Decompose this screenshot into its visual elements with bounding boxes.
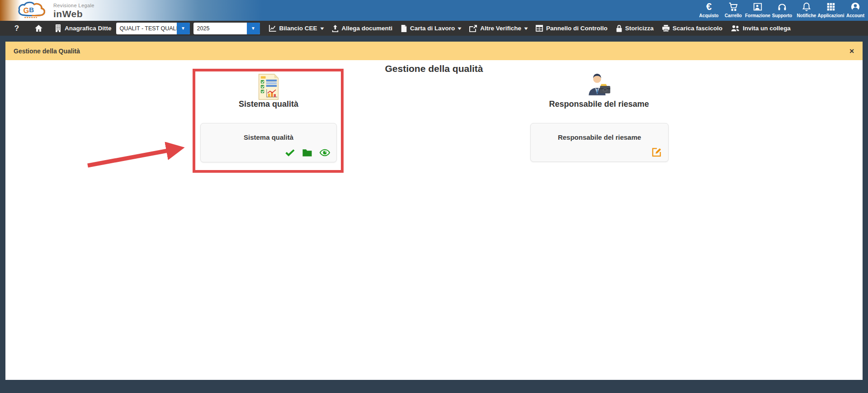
apps-grid-icon [826,1,836,12]
year-select-value: 2025 [193,23,247,34]
annotation-arrow [82,142,195,171]
chevron-down-icon[interactable]: ▼ [177,23,190,34]
line-chart-icon [269,25,276,32]
menu-storicizza[interactable]: Storicizza [616,25,654,32]
upload-icon [332,25,339,32]
menu-allega-documenti[interactable]: Allega documenti [332,25,393,32]
menu-invita-un-collega[interactable]: Invita un collega [731,25,791,32]
id-card-icon [753,1,763,12]
folder-icon[interactable] [302,147,312,158]
help-button[interactable]: ? [10,24,24,33]
logo-cloud-icon: G B [15,0,51,20]
company-select-value: QUALIT - TEST QUALITA' S [116,23,177,34]
building-icon [55,24,61,32]
edit-icon[interactable] [651,147,662,157]
anagrafica-ditte-label: Anagrafica Ditte [65,25,112,32]
app-logo: G B Revisione Legale inWeb [15,0,94,20]
home-button[interactable] [34,24,43,33]
section-heading-sistema-qualita: Sistema qualità [178,99,359,109]
chevron-down-icon[interactable]: ▼ [247,23,260,34]
content-panel: Gestione della Qualità ✕ Gestione della … [5,42,863,380]
header-action-carrello[interactable]: Carrello [722,1,744,18]
section-heading-responsabile: Responsabile del riesame [509,99,689,109]
menu-carta-di-lavoro[interactable]: Carta di Lavoro ▾ [401,25,461,32]
anagrafica-ditte-button[interactable]: Anagrafica Ditte [55,24,112,32]
account-icon [850,1,860,12]
businessman-icon [586,72,612,99]
header-actions: € Acquisto Carrello Formazione [698,1,866,18]
card-label-responsabile: Responsabile del riesame [531,133,668,141]
header-action-supporto[interactable]: Supporto [771,1,793,18]
brand-line-1: Revisione Legale [53,3,94,8]
card-sistema-qualita[interactable]: Sistema qualità [200,123,337,162]
close-icon[interactable]: ✕ [849,47,854,55]
module-banner-title: Gestione della Qualità [14,47,80,55]
header-action-acquisto[interactable]: € Acquisto [698,1,720,18]
header-action-applicazioni[interactable]: Applicazioni [820,1,842,18]
table-icon [536,25,543,32]
brand-line-2: inWeb [53,9,94,19]
app-header: G B Revisione Legale inWeb € Acquisto Ca… [0,0,868,21]
headset-icon [777,1,787,12]
header-action-notifiche[interactable]: Notifiche [796,1,817,18]
menu-pannello-di-controllo[interactable]: Pannello di Controllo [536,25,608,32]
header-action-formazione[interactable]: Formazione [747,1,769,18]
chevron-down-icon: ▾ [458,26,461,31]
quality-report-icon [255,73,282,100]
euro-icon: € [706,1,712,12]
cart-icon [728,1,738,12]
lock-icon [616,25,622,32]
company-select[interactable]: QUALIT - TEST QUALITA' S ▼ [116,23,190,34]
export-icon [469,25,477,32]
header-action-account[interactable]: Account [844,1,866,18]
check-icon[interactable] [284,147,295,158]
eye-icon[interactable] [320,147,330,158]
chevron-down-icon: ▾ [321,26,324,31]
module-banner: Gestione della Qualità ✕ [5,42,863,60]
year-select[interactable]: 2025 ▼ [193,23,260,34]
menu-scarica-fascicolo[interactable]: Scarica fascicolo [662,25,722,32]
printer-icon [662,25,670,32]
menu-altre-verifiche[interactable]: Altre Verifiche ▾ [469,25,527,32]
card-label-sistema-qualita: Sistema qualità [201,133,336,141]
svg-text:G: G [24,6,29,14]
svg-text:B: B [29,6,34,14]
menu-bilancio-cee[interactable]: Bilancio CEE ▾ [269,25,323,32]
users-icon [731,25,740,32]
main-toolbar: ? Anagrafica Ditte QUALIT - TEST QUALITA… [0,21,868,36]
chevron-down-icon: ▾ [524,26,528,31]
card-responsabile-riesame[interactable]: Responsabile del riesame [530,123,669,162]
bell-icon [802,1,811,12]
file-icon [401,25,407,32]
page-title: Gestione della qualità [5,63,863,74]
